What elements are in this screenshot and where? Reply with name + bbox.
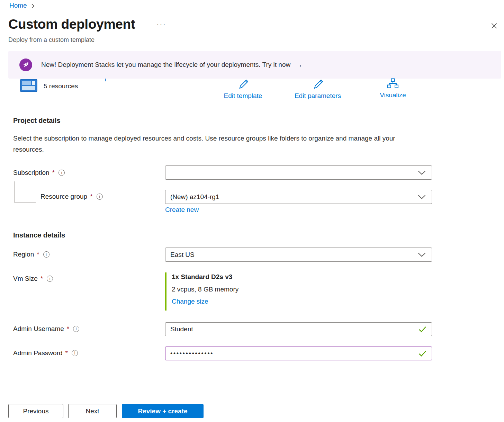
org-chart-icon: [387, 78, 399, 90]
info-icon[interactable]: [73, 326, 79, 332]
chevron-down-icon: [418, 195, 426, 199]
close-icon: [491, 23, 497, 30]
deployment-stacks-banner: New! Deployment Stacks let you manage th…: [8, 51, 501, 79]
review-create-button[interactable]: Review + create: [122, 404, 204, 418]
info-icon[interactable]: [47, 276, 53, 282]
next-button[interactable]: Next: [68, 404, 117, 418]
vm-size-label: Vm Size *: [13, 275, 53, 282]
resource-group-value: (New) az104-rg1: [170, 193, 219, 201]
resource-group-label-text: Resource group: [40, 193, 87, 200]
page-title: Custom deployment: [8, 17, 135, 32]
chevron-down-icon: [418, 252, 426, 257]
admin-username-label: Admin Username *: [13, 325, 79, 333]
admin-username-label-text: Admin Username: [13, 325, 64, 333]
required-asterisk: *: [52, 169, 55, 177]
project-details-heading: Project details: [13, 117, 61, 125]
admin-password-input[interactable]: [170, 350, 416, 357]
chevron-right-icon: [31, 3, 35, 9]
breadcrumb: Home: [9, 2, 35, 9]
custom-deployment-page: Home Custom deployment ··· Deploy from a…: [0, 0, 504, 422]
required-asterisk: *: [40, 275, 43, 282]
more-options-icon[interactable]: ···: [156, 20, 166, 29]
resource-group-dropdown[interactable]: (New) az104-rg1: [165, 190, 432, 204]
info-icon[interactable]: [97, 194, 103, 200]
edit-template-label: Edit template: [224, 92, 262, 100]
vm-size-summary: 1x Standard D2s v3 2 vcpus, 8 GB memory …: [165, 272, 238, 311]
required-asterisk: *: [65, 349, 68, 357]
template-summary: 5 resources: [20, 79, 78, 93]
breadcrumb-home-link[interactable]: Home: [9, 2, 27, 9]
admin-password-field: [165, 347, 432, 360]
subscription-dropdown[interactable]: [165, 165, 432, 180]
region-value: East US: [170, 251, 195, 259]
project-details-description: Select the subscription to manage deploy…: [13, 133, 411, 155]
change-size-link[interactable]: Change size: [172, 298, 208, 305]
chevron-down-icon: [418, 170, 426, 175]
edit-template-link[interactable]: Edit template: [219, 78, 267, 100]
edit-parameters-link[interactable]: Edit parameters: [290, 78, 345, 100]
region-dropdown[interactable]: East US: [165, 248, 432, 262]
info-icon[interactable]: [72, 350, 78, 356]
check-icon: [418, 326, 426, 333]
cropped-text-artifact: [105, 79, 106, 81]
vm-size-title: 1x Standard D2s v3: [172, 273, 238, 281]
pencil-icon: [237, 78, 249, 91]
required-asterisk: *: [90, 193, 92, 200]
resources-count-label: 5 resources: [44, 82, 78, 90]
subscription-label: Subscription *: [13, 169, 65, 177]
create-new-link[interactable]: Create new: [165, 206, 199, 214]
pencil-icon: [312, 78, 323, 91]
page-subtitle: Deploy from a custom template: [8, 36, 94, 44]
admin-username-input[interactable]: [170, 325, 416, 333]
visualize-label: Visualize: [380, 91, 406, 99]
close-button[interactable]: [488, 21, 500, 32]
region-label-text: Region: [13, 251, 34, 258]
visualize-link[interactable]: Visualize: [369, 78, 417, 99]
check-icon: [418, 350, 426, 357]
instance-details-heading: Instance details: [13, 231, 65, 239]
info-icon[interactable]: [43, 251, 50, 258]
required-asterisk: *: [37, 251, 39, 258]
vm-size-label-text: Vm Size: [13, 275, 38, 282]
subscription-label-text: Subscription: [13, 169, 50, 177]
admin-password-label-text: Admin Password: [13, 349, 63, 357]
rocket-icon: [19, 59, 32, 71]
template-icon: [20, 79, 37, 93]
banner-text: New! Deployment Stacks let you manage th…: [41, 61, 290, 69]
info-icon[interactable]: [58, 170, 65, 176]
admin-username-field: [165, 322, 432, 336]
admin-password-label: Admin Password *: [13, 349, 78, 357]
resource-group-label: Resource group *: [40, 193, 103, 200]
previous-button[interactable]: Previous: [8, 404, 63, 418]
edit-parameters-label: Edit parameters: [295, 92, 341, 100]
region-label: Region *: [13, 251, 50, 258]
resource-group-connector-line: [14, 181, 36, 203]
required-asterisk: *: [67, 325, 69, 333]
arrow-right-icon[interactable]: →: [295, 61, 303, 69]
vm-size-detail: 2 vcpus, 8 GB memory: [172, 286, 238, 293]
